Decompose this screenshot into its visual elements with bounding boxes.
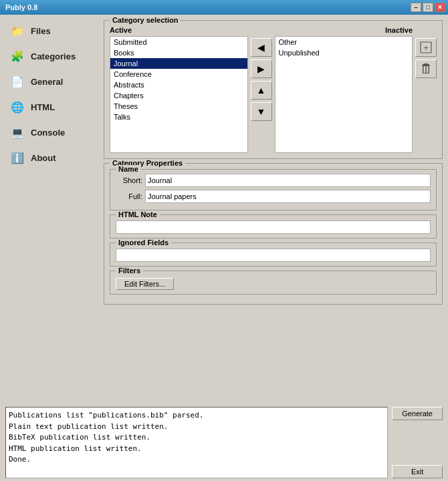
full-label: Full:	[116, 192, 142, 200]
log-line: Plain text publication list written.	[9, 422, 384, 433]
svg-rect-8	[425, 66, 427, 73]
html-note-group: HTML Note	[110, 214, 437, 238]
html-icon: 🌐	[9, 99, 25, 115]
filters-group: Filters Edit Filters...	[110, 271, 437, 295]
inactive-list-item[interactable]: Unpublished	[275, 47, 413, 58]
side-buttons-column: +	[415, 26, 437, 78]
log-buttons: Generate Exit	[392, 407, 443, 478]
title-bar-controls: – □ ✕	[411, 3, 445, 12]
active-list-item[interactable]: Theses	[110, 101, 247, 112]
title-bar: Publy 0.8 – □ ✕	[0, 0, 448, 15]
log-line: Publications list "publications.bib" par…	[9, 410, 384, 422]
sidebar: 📁 Files 🧩 Categories 📄 General 🌐 HTML 💻 …	[0, 15, 104, 404]
active-list-item[interactable]: Journal	[110, 58, 247, 69]
svg-rect-2	[423, 64, 429, 65]
files-icon: 📁	[9, 23, 25, 39]
move-down-button[interactable]: ▼	[251, 102, 272, 121]
inactive-header: Inactive	[385, 26, 413, 34]
ignored-fields-input[interactable]	[116, 249, 431, 262]
full-name-input[interactable]	[145, 190, 431, 203]
sidebar-item-console[interactable]: 💻 Console	[4, 120, 100, 144]
active-list-item[interactable]: Books	[110, 47, 247, 58]
log-line: BibTeX publication list written.	[9, 432, 384, 444]
short-name-row: Short:	[116, 174, 431, 187]
sidebar-label-categories: Categories	[31, 51, 76, 61]
about-icon: ℹ️	[9, 150, 25, 166]
inactive-column: Inactive OtherUnpublished	[275, 26, 413, 153]
exit-button[interactable]: Exit	[392, 465, 443, 478]
ignored-fields-group: Ignored Fields	[110, 243, 437, 267]
svg-text:+: +	[423, 43, 429, 53]
inactive-list-item[interactable]: Other	[275, 37, 413, 47]
active-column: Active SubmittedBooksJournalConferenceAb…	[110, 26, 248, 153]
delete-category-button[interactable]	[415, 59, 437, 78]
close-button[interactable]: ✕	[435, 3, 445, 12]
generate-button[interactable]: Generate	[392, 407, 443, 420]
sidebar-item-categories[interactable]: 🧩 Categories	[4, 44, 100, 68]
category-properties-section: Category Properties Name Short: Full: H	[104, 163, 443, 305]
main-panel: Category selection Active SubmittedBooks…	[104, 15, 448, 404]
active-list-item[interactable]: Abstracts	[110, 79, 247, 90]
filters-title: Filters	[116, 267, 143, 275]
short-label: Short:	[116, 176, 142, 184]
add-category-button[interactable]: +	[415, 38, 437, 57]
html-note-title: HTML Note	[116, 210, 160, 218]
category-selection-title: Category selection	[110, 16, 181, 24]
log-output: Publications list "publications.bib" par…	[5, 407, 388, 478]
log-line: Done.	[9, 454, 384, 466]
sidebar-item-html[interactable]: 🌐 HTML	[4, 95, 100, 119]
short-name-input[interactable]	[145, 174, 431, 187]
move-left-button[interactable]: ◀	[251, 38, 272, 57]
edit-filters-button[interactable]: Edit Filters...	[116, 278, 174, 290]
sidebar-item-files[interactable]: 📁 Files	[4, 19, 100, 43]
active-inactive-row: Active SubmittedBooksJournalConferenceAb…	[110, 26, 437, 153]
arrows-column: ◀ ▶ ▲ ▼	[251, 26, 272, 121]
move-right-button[interactable]: ▶	[251, 59, 272, 78]
content-area: 📁 Files 🧩 Categories 📄 General 🌐 HTML 💻 …	[0, 15, 448, 404]
general-icon: 📄	[9, 73, 25, 90]
category-selection-section: Category selection Active SubmittedBooks…	[104, 20, 443, 159]
full-name-row: Full:	[116, 190, 431, 203]
sidebar-label-about: About	[31, 153, 56, 163]
categories-icon: 🧩	[9, 48, 25, 64]
sidebar-label-general: General	[31, 77, 63, 87]
active-header: Active	[110, 26, 248, 34]
app-title: Publy 0.8	[5, 3, 37, 11]
svg-rect-4	[422, 65, 430, 66]
svg-rect-5	[423, 66, 424, 73]
maximize-button[interactable]: □	[423, 3, 433, 12]
active-list-item[interactable]: Chapters	[110, 90, 247, 101]
svg-rect-3	[424, 63, 428, 64]
move-up-button[interactable]: ▲	[251, 81, 272, 100]
sidebar-item-about[interactable]: ℹ️ About	[4, 146, 100, 170]
log-section: Publications list "publications.bib" par…	[0, 404, 448, 481]
name-group: Name Short: Full:	[110, 169, 437, 210]
sidebar-label-files: Files	[31, 26, 51, 36]
ignored-fields-title: Ignored Fields	[116, 238, 171, 247]
active-list-item[interactable]: Talks	[110, 112, 247, 122]
active-list-item[interactable]: Submitted	[110, 37, 247, 47]
html-note-input[interactable]	[116, 220, 431, 234]
minimize-button[interactable]: –	[411, 3, 421, 12]
console-icon: 💻	[9, 124, 25, 140]
sidebar-label-html: HTML	[31, 102, 55, 112]
active-list-item[interactable]: Conference	[110, 69, 247, 79]
app-body: 📁 Files 🧩 Categories 📄 General 🌐 HTML 💻 …	[0, 15, 448, 481]
sidebar-label-console: Console	[31, 128, 65, 138]
inactive-list[interactable]: OtherUnpublished	[275, 36, 413, 153]
svg-rect-6	[429, 66, 430, 73]
name-group-title: Name	[116, 165, 141, 173]
log-line: HTML publication list written.	[9, 444, 384, 455]
active-list[interactable]: SubmittedBooksJournalConferenceAbstracts…	[110, 36, 248, 153]
sidebar-item-general[interactable]: 📄 General	[4, 69, 100, 94]
